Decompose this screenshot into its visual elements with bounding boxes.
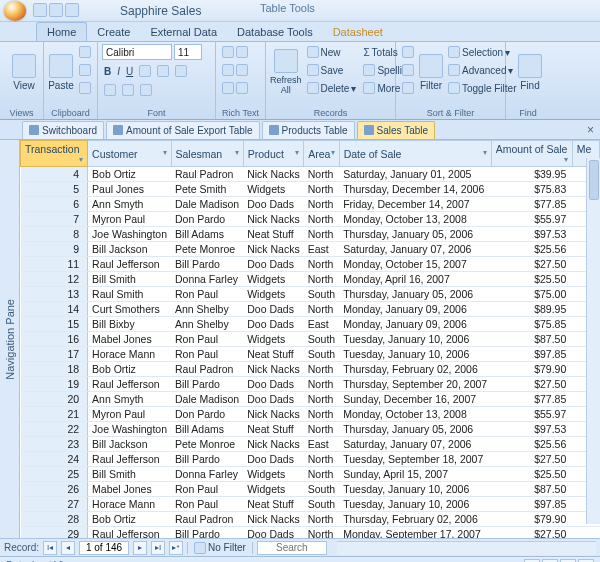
column-header-transaction[interactable]: Transaction▾ (21, 141, 88, 167)
cell-product[interactable]: Nick Nacks (243, 512, 304, 527)
cell-date[interactable]: Saturday, January 07, 2006 (339, 437, 491, 452)
cell-amount[interactable]: $25.50 (491, 272, 572, 287)
format-painter-button[interactable] (77, 80, 93, 96)
cell-transaction[interactable]: 15 (21, 317, 88, 332)
gridlines-button[interactable] (138, 82, 154, 98)
cell-date[interactable]: Monday, October 13, 2008 (339, 407, 491, 422)
align-right-button[interactable] (173, 63, 189, 79)
cell-salesman[interactable]: Donna Farley (171, 272, 243, 287)
cell-customer[interactable]: Joe Washington (88, 422, 171, 437)
cell-product[interactable]: Nick Nacks (243, 167, 304, 182)
cell-date[interactable]: Tuesday, January 10, 2006 (339, 332, 491, 347)
cell-amount[interactable]: $27.50 (491, 527, 572, 539)
cell-amount[interactable]: $75.83 (491, 182, 572, 197)
cell-amount[interactable]: $27.50 (491, 257, 572, 272)
cell-salesman[interactable]: Dale Madison (171, 197, 243, 212)
cell-customer[interactable]: Raul Jefferson (88, 377, 171, 392)
doctab-export-table[interactable]: Amount of Sale Export Table (106, 121, 260, 139)
cell-product[interactable]: Nick Nacks (243, 437, 304, 452)
cell-date[interactable]: Tuesday, January 10, 2006 (339, 482, 491, 497)
column-header-product[interactable]: Product▾ (243, 141, 304, 167)
paste-button[interactable]: Paste (48, 44, 74, 100)
cell-date[interactable]: Monday, January 09, 2006 (339, 317, 491, 332)
cell-customer[interactable]: Bill Smith (88, 272, 171, 287)
richtext-btn3[interactable] (220, 80, 261, 96)
cell-transaction[interactable]: 8 (21, 227, 88, 242)
cell-product[interactable]: Doo Dads (243, 257, 304, 272)
cell-product[interactable]: Widgets (243, 182, 304, 197)
cell-area[interactable]: North (304, 227, 339, 242)
cell-transaction[interactable]: 16 (21, 332, 88, 347)
cell-date[interactable]: Tuesday, September 18, 2007 (339, 452, 491, 467)
cell-transaction[interactable]: 21 (21, 407, 88, 422)
cell-area[interactable]: North (304, 467, 339, 482)
table-row[interactable]: 23Bill JacksonPete MonroeNick NacksEastS… (21, 437, 600, 452)
cell-transaction[interactable]: 22 (21, 422, 88, 437)
cell-product[interactable]: Widgets (243, 332, 304, 347)
view-pivot-button[interactable] (542, 559, 558, 563)
align-center-button[interactable] (155, 63, 171, 79)
column-header-amount-of-sale[interactable]: Amount of Sale▾ (491, 141, 572, 167)
cell-amount[interactable]: $97.53 (491, 227, 572, 242)
cell-area[interactable]: East (304, 242, 339, 257)
cell-salesman[interactable]: Pete Monroe (171, 437, 243, 452)
cell-area[interactable]: South (304, 287, 339, 302)
cell-product[interactable]: Doo Dads (243, 197, 304, 212)
cell-area[interactable]: North (304, 167, 339, 182)
prev-record-button[interactable]: ◂ (61, 541, 75, 555)
cell-date[interactable]: Thursday, February 02, 2006 (339, 362, 491, 377)
cell-transaction[interactable]: 18 (21, 362, 88, 377)
cell-salesman[interactable]: Raul Padron (171, 512, 243, 527)
cell-customer[interactable]: Mabel Jones (88, 332, 171, 347)
doctab-sales-table[interactable]: Sales Table (357, 121, 436, 139)
cell-area[interactable]: North (304, 302, 339, 317)
cell-amount[interactable]: $77.85 (491, 392, 572, 407)
table-row[interactable]: 9Bill JacksonPete MonroeNick NacksEastSa… (21, 242, 600, 257)
find-button[interactable]: Find (510, 44, 550, 100)
cell-product[interactable]: Doo Dads (243, 317, 304, 332)
cell-salesman[interactable]: Ron Paul (171, 287, 243, 302)
cell-date[interactable]: Monday, October 13, 2008 (339, 212, 491, 227)
last-record-button[interactable]: ▸I (151, 541, 165, 555)
table-row[interactable]: 24Raul JeffersonBill PardoDoo DadsNorthT… (21, 452, 600, 467)
cell-customer[interactable]: Bob Ortiz (88, 512, 171, 527)
cell-transaction[interactable]: 13 (21, 287, 88, 302)
fill-color-button[interactable] (120, 82, 136, 98)
cell-salesman[interactable]: Bill Pardo (171, 527, 243, 539)
bold-button[interactable]: B (102, 63, 113, 79)
table-row[interactable]: 26Mabel JonesRon PaulWidgetsSouthTuesday… (21, 482, 600, 497)
view-design-button[interactable] (578, 559, 594, 563)
no-filter-indicator[interactable]: No Filter (192, 540, 248, 556)
cell-amount[interactable]: $25.56 (491, 437, 572, 452)
cell-product[interactable]: Doo Dads (243, 527, 304, 539)
cell-date[interactable]: Thursday, September 20, 2007 (339, 377, 491, 392)
cell-amount[interactable]: $39.95 (491, 167, 572, 182)
search-input[interactable] (257, 541, 327, 555)
delete-record-button[interactable]: Delete ▾ (305, 80, 359, 96)
table-row[interactable]: 28Bob OrtizRaul PadronNick NacksNorthThu… (21, 512, 600, 527)
cell-salesman[interactable]: Bill Pardo (171, 377, 243, 392)
table-row[interactable]: 15Bill BixbyAnn ShelbyDoo DadsEastMonday… (21, 317, 600, 332)
cell-transaction[interactable]: 24 (21, 452, 88, 467)
cell-amount[interactable]: $27.50 (491, 452, 572, 467)
cell-transaction[interactable]: 25 (21, 467, 88, 482)
cell-product[interactable]: Nick Nacks (243, 212, 304, 227)
cell-date[interactable]: Saturday, January 01, 2005 (339, 167, 491, 182)
cell-customer[interactable]: Bill Smith (88, 467, 171, 482)
cell-transaction[interactable]: 11 (21, 257, 88, 272)
cell-customer[interactable]: Bob Ortiz (88, 362, 171, 377)
cell-salesman[interactable]: Bill Pardo (171, 452, 243, 467)
cell-customer[interactable]: Paul Jones (88, 182, 171, 197)
cell-customer[interactable]: Horace Mann (88, 347, 171, 362)
cell-date[interactable]: Monday, April 16, 2007 (339, 272, 491, 287)
cell-amount[interactable]: $87.50 (491, 332, 572, 347)
cell-product[interactable]: Neat Stuff (243, 497, 304, 512)
cell-area[interactable]: North (304, 512, 339, 527)
cell-area[interactable]: North (304, 392, 339, 407)
cell-area[interactable]: North (304, 272, 339, 287)
table-row[interactable]: 8Joe WashingtonBill AdamsNeat StuffNorth… (21, 227, 600, 242)
cell-date[interactable]: Monday, October 15, 2007 (339, 257, 491, 272)
cell-salesman[interactable]: Pete Monroe (171, 242, 243, 257)
table-row[interactable]: 29Raul JeffersonBill PardoDoo DadsNorthM… (21, 527, 600, 539)
cell-product[interactable]: Doo Dads (243, 377, 304, 392)
